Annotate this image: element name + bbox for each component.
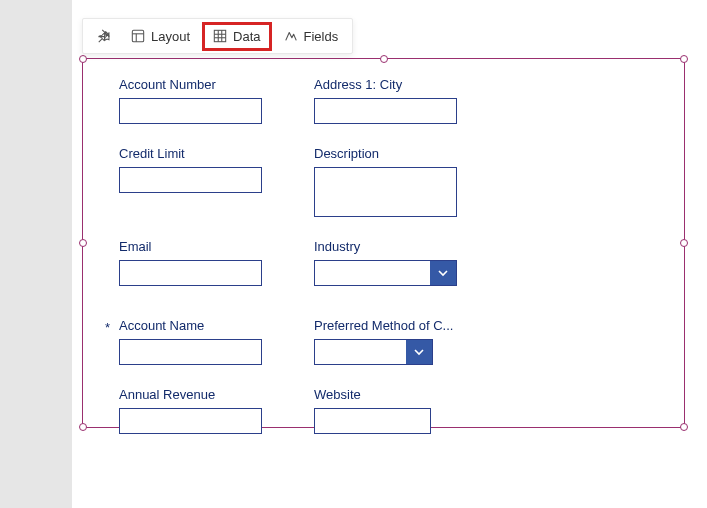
select-industry[interactable] bbox=[314, 260, 457, 286]
grid-icon bbox=[213, 29, 227, 43]
layout-tab-label: Layout bbox=[151, 29, 190, 44]
resize-handle-br[interactable] bbox=[680, 423, 688, 431]
input-description[interactable] bbox=[314, 167, 457, 217]
field-website: Website bbox=[314, 387, 469, 434]
input-email[interactable] bbox=[119, 260, 262, 286]
svg-rect-0 bbox=[132, 30, 143, 41]
input-account-number[interactable] bbox=[119, 98, 262, 124]
resize-handle-tr[interactable] bbox=[680, 55, 688, 63]
field-description: Description bbox=[314, 146, 469, 217]
label-preferred-method: Preferred Method of C... bbox=[314, 318, 469, 333]
form-selection[interactable]: Account Number Address 1: City Credit Li… bbox=[82, 58, 685, 428]
pin-icon bbox=[97, 29, 111, 43]
data-tab[interactable]: Data bbox=[202, 22, 271, 51]
field-email: Email bbox=[119, 239, 274, 286]
field-account-name: * Account Name bbox=[119, 318, 274, 365]
label-account-number: Account Number bbox=[119, 77, 274, 92]
field-credit-limit: Credit Limit bbox=[119, 146, 274, 217]
form-area: Account Number Address 1: City Credit Li… bbox=[83, 59, 684, 466]
resize-handle-r[interactable] bbox=[680, 239, 688, 247]
label-address1-city: Address 1: City bbox=[314, 77, 469, 92]
chevron-down-icon bbox=[413, 346, 425, 358]
field-address1-city: Address 1: City bbox=[314, 77, 469, 124]
fields-tab[interactable]: Fields bbox=[276, 25, 347, 48]
fields-icon bbox=[284, 29, 298, 43]
chevron-down-icon bbox=[437, 267, 449, 279]
pin-button[interactable] bbox=[89, 25, 119, 47]
data-tab-label: Data bbox=[233, 29, 260, 44]
field-annual-revenue: Annual Revenue bbox=[119, 387, 274, 434]
resize-handle-tl[interactable] bbox=[79, 55, 87, 63]
resize-handle-l[interactable] bbox=[79, 239, 87, 247]
resize-handle-t[interactable] bbox=[380, 55, 388, 63]
svg-rect-3 bbox=[214, 30, 225, 41]
select-preferred-method[interactable] bbox=[314, 339, 433, 365]
field-industry: Industry bbox=[314, 239, 469, 286]
label-description: Description bbox=[314, 146, 469, 161]
required-marker: * bbox=[105, 320, 110, 335]
field-preferred-method: Preferred Method of C... bbox=[314, 318, 469, 365]
label-annual-revenue: Annual Revenue bbox=[119, 387, 274, 402]
input-address1-city[interactable] bbox=[314, 98, 457, 124]
row-spacer bbox=[119, 308, 660, 318]
label-industry: Industry bbox=[314, 239, 469, 254]
field-account-number: Account Number bbox=[119, 77, 274, 124]
layout-tab[interactable]: Layout bbox=[123, 25, 198, 48]
label-credit-limit: Credit Limit bbox=[119, 146, 274, 161]
layout-icon bbox=[131, 29, 145, 43]
input-account-name[interactable] bbox=[119, 339, 262, 365]
resize-handle-bl[interactable] bbox=[79, 423, 87, 431]
label-account-name: Account Name bbox=[119, 318, 274, 333]
label-email: Email bbox=[119, 239, 274, 254]
input-website[interactable] bbox=[314, 408, 431, 434]
input-credit-limit[interactable] bbox=[119, 167, 262, 193]
dropdown-button-preferred-method[interactable] bbox=[406, 340, 432, 364]
editor-canvas: Layout Data Fields Account Number bbox=[72, 0, 707, 508]
label-website: Website bbox=[314, 387, 469, 402]
fields-tab-label: Fields bbox=[304, 29, 339, 44]
dropdown-button-industry[interactable] bbox=[430, 261, 456, 285]
input-annual-revenue[interactable] bbox=[119, 408, 262, 434]
floating-toolbar: Layout Data Fields bbox=[82, 18, 353, 54]
